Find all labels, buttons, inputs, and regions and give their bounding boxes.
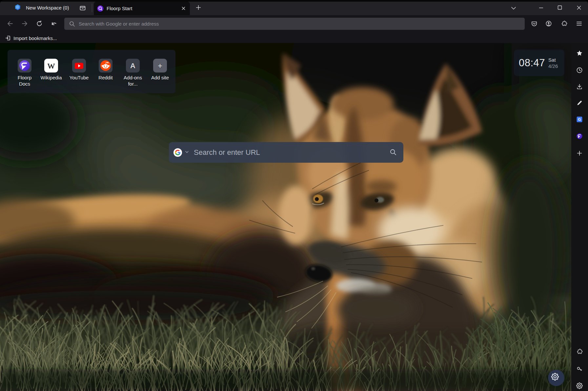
svg-text:W: W [48,62,55,70]
svg-text:G: G [578,117,581,121]
